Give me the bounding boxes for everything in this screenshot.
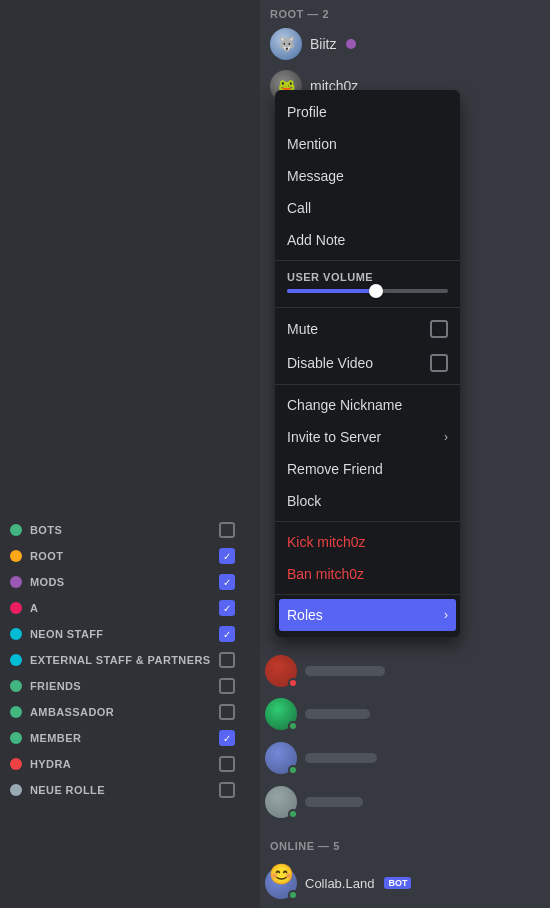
role-item-friends[interactable]: FRIENDS bbox=[10, 678, 235, 694]
role-item-hydra[interactable]: Hydra bbox=[10, 756, 235, 772]
volume-fill bbox=[287, 289, 376, 293]
volume-section: User Volume bbox=[275, 265, 460, 303]
roles-arrow-icon: › bbox=[444, 608, 448, 622]
chat-user-1 bbox=[265, 655, 385, 687]
menu-item-add-note[interactable]: Add Note bbox=[275, 224, 460, 256]
menu-item-change-nickname[interactable]: Change Nickname bbox=[275, 389, 460, 421]
role-dot-root bbox=[10, 550, 22, 562]
role-dot-external-staff bbox=[10, 654, 22, 666]
role-checkbox-bots[interactable] bbox=[219, 522, 235, 538]
chat-avatar-4 bbox=[265, 786, 297, 818]
role-checkbox-root[interactable]: ✓ bbox=[219, 548, 235, 564]
role-dot-ambassador bbox=[10, 706, 22, 718]
chat-name-bar-1 bbox=[305, 666, 385, 676]
role-item-neon-staff[interactable]: NEON STAFF✓ bbox=[10, 626, 235, 642]
status-dot-3 bbox=[288, 765, 298, 775]
root-header: ROOT — 2 bbox=[270, 8, 329, 20]
role-dot-hydra bbox=[10, 758, 22, 770]
divider-2 bbox=[275, 307, 460, 308]
role-checkbox-external-staff[interactable] bbox=[219, 652, 235, 668]
role-name-hydra: Hydra bbox=[30, 758, 211, 770]
mute-checkbox[interactable] bbox=[430, 320, 448, 338]
role-name-mods: MODS bbox=[30, 576, 211, 588]
divider-3 bbox=[275, 384, 460, 385]
status-dot-collab bbox=[288, 890, 298, 900]
disable-video-checkbox[interactable] bbox=[430, 354, 448, 372]
chat-user-2 bbox=[265, 698, 370, 730]
menu-item-block[interactable]: Block bbox=[275, 485, 460, 517]
role-list-container: BotsROOT✓MODS✓α✓NEON STAFF✓EXTERNAL STAF… bbox=[10, 522, 235, 808]
menu-item-mute[interactable]: Mute bbox=[275, 312, 460, 346]
bot-badge: BOT bbox=[384, 877, 411, 889]
role-item-bots[interactable]: Bots bbox=[10, 522, 235, 538]
chat-name-bar-4 bbox=[305, 797, 363, 807]
role-checkbox-neue-rolle[interactable] bbox=[219, 782, 235, 798]
role-dot-bots bbox=[10, 524, 22, 536]
menu-item-remove-friend[interactable]: Remove Friend bbox=[275, 453, 460, 485]
menu-item-kick[interactable]: Kick mitch0z bbox=[275, 526, 460, 558]
chat-user-4 bbox=[265, 786, 363, 818]
role-checkbox-friends[interactable] bbox=[219, 678, 235, 694]
username-biitz: Biitz bbox=[310, 36, 336, 52]
role-name-alpha: α bbox=[30, 602, 211, 614]
chat-user-3 bbox=[265, 742, 377, 774]
collab-name: Collab.Land bbox=[305, 876, 374, 891]
biitz-badge bbox=[346, 39, 356, 49]
chat-avatar-3 bbox=[265, 742, 297, 774]
role-item-external-staff[interactable]: EXTERNAL STAFF & PARTNERS bbox=[10, 652, 235, 668]
context-menu: Profile Mention Message Call Add Note Us… bbox=[275, 90, 460, 637]
role-name-root: ROOT bbox=[30, 550, 211, 562]
chat-avatar-2 bbox=[265, 698, 297, 730]
role-item-alpha[interactable]: α✓ bbox=[10, 600, 235, 616]
invite-arrow-icon: › bbox=[444, 430, 448, 444]
role-item-member[interactable]: MEMBER✓ bbox=[10, 730, 235, 746]
chat-name-bar-3 bbox=[305, 753, 377, 763]
role-checkbox-ambassador[interactable] bbox=[219, 704, 235, 720]
role-dot-friends bbox=[10, 680, 22, 692]
role-name-bots: Bots bbox=[30, 524, 211, 536]
role-dot-alpha bbox=[10, 602, 22, 614]
emoji-button[interactable]: 😊 bbox=[265, 858, 297, 890]
role-name-neue-rolle: neue Rolle bbox=[30, 784, 211, 796]
role-name-friends: FRIENDS bbox=[30, 680, 211, 692]
user-biitz[interactable]: 🐺 Biitz bbox=[270, 28, 356, 60]
avatar-biitz: 🐺 bbox=[270, 28, 302, 60]
role-item-root[interactable]: ROOT✓ bbox=[10, 548, 235, 564]
role-item-ambassador[interactable]: AMBASSADOR bbox=[10, 704, 235, 720]
menu-item-message[interactable]: Message bbox=[275, 160, 460, 192]
menu-item-ban[interactable]: Ban mitch0z bbox=[275, 558, 460, 590]
menu-item-mention[interactable]: Mention bbox=[275, 128, 460, 160]
role-dot-neue-rolle bbox=[10, 784, 22, 796]
status-dot-4 bbox=[288, 809, 298, 819]
role-checkbox-hydra[interactable] bbox=[219, 756, 235, 772]
divider-4 bbox=[275, 521, 460, 522]
role-checkbox-mods[interactable]: ✓ bbox=[219, 574, 235, 590]
menu-item-disable-video[interactable]: Disable Video bbox=[275, 346, 460, 380]
menu-item-invite-to-server[interactable]: Invite to Server › bbox=[275, 421, 460, 453]
divider-1 bbox=[275, 260, 460, 261]
role-checkbox-member[interactable]: ✓ bbox=[219, 730, 235, 746]
role-dot-neon-staff bbox=[10, 628, 22, 640]
volume-thumb[interactable] bbox=[369, 284, 383, 298]
role-item-neue-rolle[interactable]: neue Rolle bbox=[10, 782, 235, 798]
role-dot-mods bbox=[10, 576, 22, 588]
divider-5 bbox=[275, 594, 460, 595]
volume-slider[interactable] bbox=[287, 289, 448, 293]
menu-item-roles[interactable]: Roles › bbox=[279, 599, 456, 631]
chat-name-bar-2 bbox=[305, 709, 370, 719]
role-name-neon-staff: NEON STAFF bbox=[30, 628, 211, 640]
role-checkbox-neon-staff[interactable]: ✓ bbox=[219, 626, 235, 642]
role-name-external-staff: EXTERNAL STAFF & PARTNERS bbox=[30, 654, 211, 666]
role-item-mods[interactable]: MODS✓ bbox=[10, 574, 235, 590]
status-dot-1 bbox=[288, 678, 298, 688]
volume-label: User Volume bbox=[287, 271, 448, 283]
chat-avatar-1 bbox=[265, 655, 297, 687]
role-name-ambassador: AMBASSADOR bbox=[30, 706, 211, 718]
role-name-member: MEMBER bbox=[30, 732, 211, 744]
status-dot-2 bbox=[288, 721, 298, 731]
role-checkbox-alpha[interactable]: ✓ bbox=[219, 600, 235, 616]
online-header: ONLINE — 5 bbox=[270, 840, 340, 852]
menu-item-call[interactable]: Call bbox=[275, 192, 460, 224]
role-dot-member bbox=[10, 732, 22, 744]
menu-item-profile[interactable]: Profile bbox=[275, 96, 460, 128]
